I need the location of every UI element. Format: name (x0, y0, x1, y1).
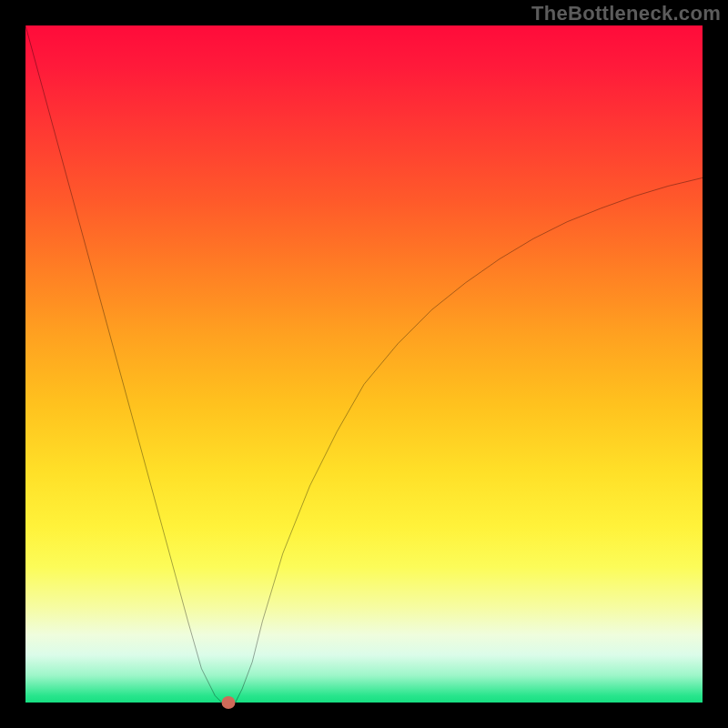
bottleneck-curve (25, 25, 703, 703)
plot-area (25, 25, 703, 703)
watermark-label: TheBottleneck.com (531, 2, 721, 25)
chart-frame: TheBottleneck.com (0, 0, 728, 728)
optimal-point-marker (222, 696, 236, 709)
